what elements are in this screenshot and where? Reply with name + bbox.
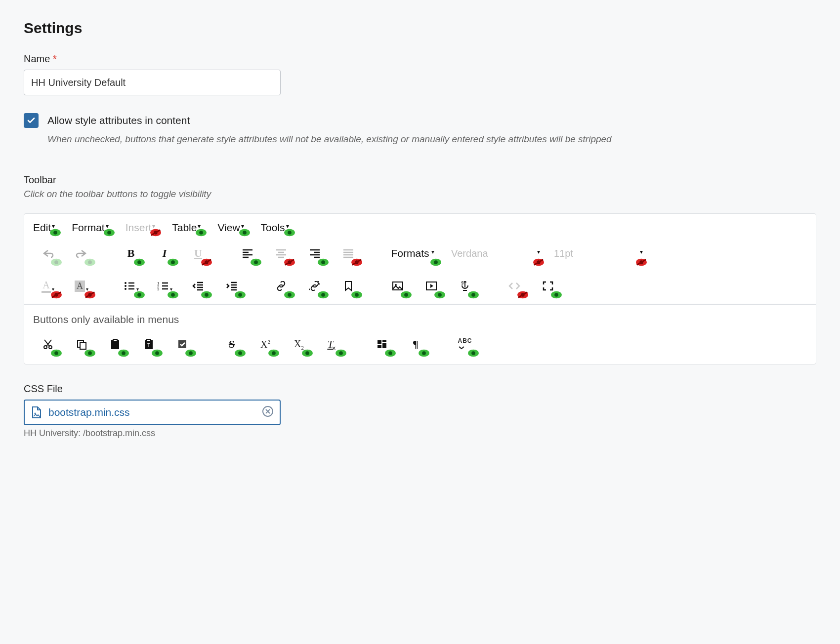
underline-button[interactable]: U bbox=[183, 242, 213, 264]
toolbar-panel: Edit▾ Format▾ Insert▾ Table▾ View▾ Tools… bbox=[24, 213, 816, 364]
strikethrough-button[interactable]: S bbox=[217, 333, 247, 355]
toolbar-section-label: Toolbar bbox=[24, 174, 816, 186]
file-icon bbox=[31, 406, 42, 419]
allow-style-help: When unchecked, buttons that generate st… bbox=[47, 134, 816, 145]
visibility-badge-on bbox=[419, 349, 429, 357]
visibility-badge-on bbox=[268, 349, 279, 357]
toolbar-row-1: B I U Formats▾ Verdana▾ 11pt▾ bbox=[24, 239, 816, 271]
select-all-icon bbox=[177, 339, 188, 350]
unlink-button[interactable] bbox=[300, 275, 330, 297]
svg-rect-28 bbox=[382, 343, 386, 348]
svg-rect-25 bbox=[378, 340, 381, 344]
visibility-badge-on bbox=[336, 349, 346, 357]
align-right-icon bbox=[309, 248, 321, 258]
font-size-dropdown[interactable]: 11pt▾ bbox=[549, 242, 648, 264]
menu-tools[interactable]: Tools▾ bbox=[261, 222, 289, 234]
superscript-button[interactable]: X2 bbox=[251, 333, 280, 355]
align-center-button[interactable] bbox=[266, 242, 296, 264]
select-all-button[interactable] bbox=[168, 333, 197, 355]
cut-button[interactable] bbox=[33, 333, 63, 355]
undo-button[interactable] bbox=[33, 242, 63, 264]
svg-rect-22 bbox=[147, 339, 151, 342]
css-file-path: HH University: /bootstrap.min.css bbox=[24, 428, 816, 439]
visibility-badge-on bbox=[196, 229, 207, 237]
visibility-badge-on bbox=[251, 258, 261, 266]
bold-button[interactable]: B bbox=[116, 242, 146, 264]
visibility-badge-on bbox=[168, 291, 178, 299]
visibility-badge-on bbox=[401, 291, 412, 299]
copy-button[interactable] bbox=[67, 333, 96, 355]
visibility-badge-on bbox=[430, 258, 441, 266]
menu-format[interactable]: Format▾ bbox=[72, 222, 109, 234]
backcolor-button[interactable]: A▾ bbox=[67, 275, 96, 297]
backcolor-icon: A bbox=[75, 281, 85, 292]
visibility-badge-on bbox=[284, 291, 295, 299]
menu-insert[interactable]: Insert▾ bbox=[126, 222, 156, 234]
menu-table-label: Table bbox=[172, 222, 197, 234]
align-left-button[interactable] bbox=[233, 242, 262, 264]
subscript-button[interactable]: X2 bbox=[284, 333, 314, 355]
visibility-badge-off bbox=[533, 258, 544, 266]
align-center-icon bbox=[275, 248, 287, 258]
forecolor-button[interactable]: A▾ bbox=[33, 275, 63, 297]
redo-button[interactable] bbox=[67, 242, 96, 264]
page-title: Settings bbox=[24, 20, 816, 37]
indent-button[interactable] bbox=[217, 275, 247, 297]
bullet-list-button[interactable]: ▾ bbox=[116, 275, 146, 297]
redo-icon bbox=[76, 248, 87, 258]
visibility-badge-on bbox=[235, 291, 246, 299]
outdent-button[interactable] bbox=[183, 275, 213, 297]
fullscreen-icon bbox=[543, 281, 553, 291]
visibility-badge-on bbox=[168, 258, 178, 266]
name-input[interactable] bbox=[24, 70, 281, 95]
menus-row: Edit▾ Format▾ Insert▾ Table▾ View▾ Tools… bbox=[24, 214, 816, 239]
menu-only-heading: Buttons only available in menus bbox=[33, 314, 807, 325]
menu-view[interactable]: View▾ bbox=[217, 222, 244, 234]
visibility-badge-on bbox=[284, 229, 295, 237]
paste-text-button[interactable]: T bbox=[134, 333, 164, 355]
anchor-button[interactable] bbox=[334, 275, 363, 297]
required-marker: * bbox=[53, 53, 57, 64]
name-label: Name * bbox=[24, 53, 816, 65]
align-justify-button[interactable] bbox=[334, 242, 363, 264]
formats-dropdown[interactable]: Formats▾ bbox=[383, 242, 442, 264]
allow-style-label: Allow style attributes in content bbox=[47, 115, 190, 126]
css-file-chip[interactable]: bootstrap.min.css bbox=[24, 400, 281, 425]
visibility-badge-on bbox=[385, 349, 396, 357]
paragraph-marks-button[interactable]: ¶ bbox=[401, 333, 430, 355]
source-code-button[interactable] bbox=[500, 275, 529, 297]
numbered-list-button[interactable]: 123▾ bbox=[150, 275, 179, 297]
menu-edit[interactable]: Edit▾ bbox=[33, 222, 55, 234]
menu-only-panel: Buttons only available in menus T S X2 X… bbox=[24, 304, 816, 364]
svg-rect-27 bbox=[378, 345, 381, 348]
align-right-button[interactable] bbox=[300, 242, 330, 264]
visibility-badge-on bbox=[84, 349, 95, 357]
svg-point-5 bbox=[125, 282, 126, 284]
svg-rect-20 bbox=[113, 339, 117, 342]
svg-text:3: 3 bbox=[157, 287, 160, 291]
caret-icon: ▾ bbox=[640, 248, 643, 255]
embed-button[interactable]: $ bbox=[450, 275, 480, 297]
blocks-button[interactable] bbox=[367, 333, 397, 355]
allow-style-checkbox[interactable] bbox=[24, 113, 39, 128]
link-button[interactable] bbox=[266, 275, 296, 297]
visibility-badge-on bbox=[185, 349, 196, 357]
image-icon bbox=[392, 281, 404, 291]
clear-format-button[interactable]: T✕ bbox=[318, 333, 347, 355]
caret-icon: ▾ bbox=[431, 248, 434, 255]
visibility-badge-on bbox=[239, 229, 250, 237]
css-file-remove-button[interactable] bbox=[262, 405, 274, 420]
visibility-badge-on bbox=[235, 349, 246, 357]
svg-rect-26 bbox=[382, 340, 386, 342]
undo-icon bbox=[42, 248, 54, 258]
visibility-badge-on bbox=[104, 229, 115, 237]
media-button[interactable] bbox=[417, 275, 446, 297]
menu-table[interactable]: Table▾ bbox=[172, 222, 201, 234]
fullscreen-button[interactable] bbox=[533, 275, 563, 297]
image-button[interactable] bbox=[383, 275, 413, 297]
font-family-dropdown[interactable]: Verdana▾ bbox=[446, 242, 545, 264]
paste-button[interactable] bbox=[100, 333, 130, 355]
svg-text:$: $ bbox=[461, 281, 463, 285]
spellcheck-button[interactable]: ABC bbox=[450, 333, 480, 355]
italic-button[interactable]: I bbox=[150, 242, 179, 264]
